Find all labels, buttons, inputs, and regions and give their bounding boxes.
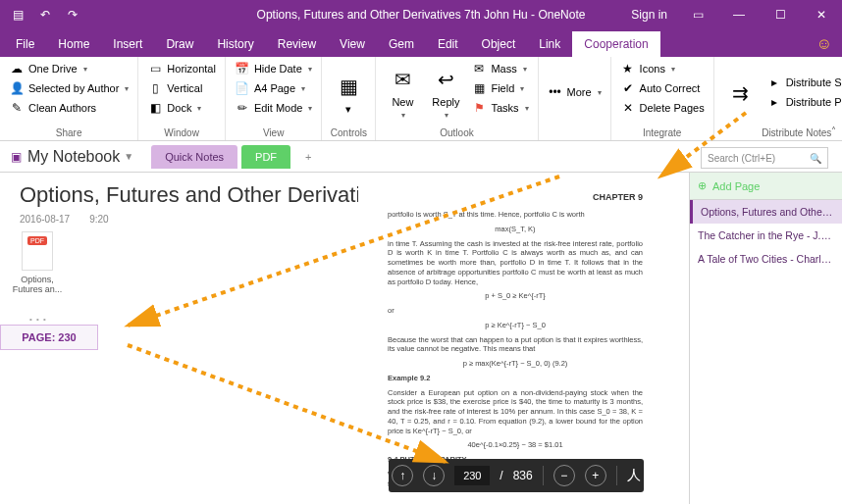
add-page-button[interactable]: ⊕Add Page	[690, 173, 842, 200]
menu-history[interactable]: History	[205, 31, 265, 57]
page-canvas[interactable]: Options, Futures and Other Derivative 20…	[0, 173, 689, 504]
menu-home[interactable]: Home	[46, 31, 101, 57]
reply-icon: ↩	[431, 65, 460, 94]
pager-current-input[interactable]	[454, 466, 490, 485]
redo-icon[interactable]: ↷	[63, 5, 82, 25]
pencil-icon: ✏	[235, 101, 250, 117]
menu-insert[interactable]: Insert	[101, 31, 154, 57]
field-button[interactable]: ▦Field	[468, 79, 531, 98]
pages-icon: ▸	[766, 95, 782, 111]
group-window: Window	[144, 126, 219, 140]
horizontal-button[interactable]: ▭Horizontal	[144, 60, 219, 78]
search-input[interactable]: Search (Ctrl+E)🔍	[701, 147, 828, 169]
group-distribute: Distribute Notes	[720, 126, 842, 140]
titlebar: ▤ ↶ ↷ Options, Futures and Other Derivat…	[0, 0, 842, 29]
page-date: 2016-08-17	[20, 214, 70, 225]
group-view: View	[232, 126, 316, 140]
pdf-pager: ↑ ↓ / 836 − + 人	[389, 459, 644, 492]
ribbon: ☁One Drive 👤Selected by Author ✎Clean Au…	[0, 57, 842, 141]
distribute-icon: ⇉	[726, 78, 756, 108]
tab-add[interactable]: +	[294, 145, 322, 169]
page-item[interactable]: Options, Futures and Other Deriva	[690, 200, 842, 224]
user-icon: 👤	[9, 81, 25, 97]
drag-dots: • • •	[29, 315, 47, 324]
minimize-button[interactable]: —	[718, 0, 760, 29]
menu-gem[interactable]: Gem	[377, 31, 426, 57]
pager-up-button[interactable]: ↑	[392, 465, 413, 486]
window-title: Options, Futures and Other Derivatives 7…	[257, 8, 586, 22]
notebook-name[interactable]: My Notebook	[27, 148, 120, 166]
mass-button[interactable]: ✉Mass	[468, 60, 531, 78]
pager-total: 836	[513, 469, 533, 482]
controls-button[interactable]: ▦▾	[328, 60, 369, 126]
dock-button[interactable]: ◧Dock	[144, 99, 219, 118]
broom-icon: ✎	[9, 101, 25, 117]
pager-zoomin-button[interactable]: +	[585, 465, 606, 486]
menu-view[interactable]: View	[328, 31, 377, 57]
icons-icon: ★	[620, 62, 636, 77]
menu-link[interactable]: Link	[527, 31, 572, 57]
menu-draw[interactable]: Draw	[154, 31, 205, 57]
distribute-section-button[interactable]: ▸Distribute Section	[763, 74, 842, 92]
smiley-icon[interactable]: ☺	[816, 35, 832, 57]
signin-button[interactable]: Sign in	[621, 0, 677, 29]
ribbon-collapse-icon[interactable]: ˄	[831, 126, 836, 136]
hidedate-button[interactable]: 📅Hide Date	[232, 60, 316, 78]
delete-icon: ✕	[620, 101, 636, 117]
pdf-attachment[interactable]: Options, Futures an...	[8, 231, 67, 294]
menu-object[interactable]: Object	[470, 31, 528, 57]
pdf-file-icon	[22, 231, 53, 271]
vertical-icon: ▯	[147, 81, 163, 97]
pdf-chapter: CHAPTER 9	[358, 192, 643, 202]
clean-authors-button[interactable]: ✎Clean Authors	[6, 99, 132, 118]
group-share: Share	[6, 126, 132, 140]
notebook-icon: ▣	[8, 149, 24, 165]
page-item[interactable]: The Catcher in the Rye - J.D. Salin	[690, 224, 842, 247]
check-icon: ✔	[620, 81, 636, 97]
flag-icon: ⚑	[471, 101, 487, 117]
page-tag[interactable]: ▢ PAGE: 230	[0, 325, 98, 350]
distribute-main-button[interactable]: ⇉	[720, 60, 762, 126]
tab-quicknotes[interactable]: Quick Notes	[151, 145, 237, 169]
vertical-button[interactable]: ▯Vertical	[144, 79, 219, 98]
page-item[interactable]: A Tale of Two Cities - Charles Dic	[690, 247, 842, 271]
editmode-button[interactable]: ✏Edit Mode	[232, 99, 316, 118]
maximize-button[interactable]: ☐	[760, 0, 801, 29]
group-controls: Controls	[328, 126, 369, 140]
ribbon-options-icon[interactable]: ▭	[677, 0, 718, 29]
undo-icon[interactable]: ↶	[35, 5, 55, 25]
menu-file[interactable]: File	[4, 31, 46, 57]
group-integrate: Integrate	[617, 126, 708, 140]
menubar: File Home Insert Draw History Review Vie…	[0, 29, 842, 57]
reply-button[interactable]: ↩Reply	[425, 60, 466, 126]
menu-edit[interactable]: Edit	[426, 31, 470, 57]
app-icon: ▤	[8, 5, 27, 25]
onedrive-button[interactable]: ☁One Drive	[6, 60, 132, 78]
autocorrect-button[interactable]: ✔Auto Correct	[617, 79, 708, 98]
plus-icon: ⊕	[698, 179, 707, 192]
deletepages-button[interactable]: ✕Delete Pages	[617, 99, 708, 118]
pdf-viewer[interactable]: CHAPTER 9 portfolio is worth S_T at this…	[358, 173, 662, 504]
more-button[interactable]: •••More	[545, 83, 605, 102]
selected-author-button[interactable]: 👤Selected by Author	[6, 79, 132, 98]
search-icon: 🔍	[810, 153, 821, 164]
close-button[interactable]: ✕	[801, 0, 842, 29]
side-panel: ⊕Add Page Options, Futures and Other Der…	[689, 173, 842, 504]
mass-icon: ✉	[471, 62, 487, 77]
pager-zoomout-button[interactable]: −	[553, 465, 575, 486]
icons-button[interactable]: ★Icons	[617, 60, 708, 78]
menu-review[interactable]: Review	[266, 31, 328, 57]
page-icon: 📄	[235, 81, 250, 97]
a4-button[interactable]: 📄A4 Page	[232, 79, 316, 98]
group-outlook: Outlook	[382, 126, 531, 140]
tab-pdf[interactable]: PDF	[241, 145, 290, 169]
pager-sep: /	[500, 469, 502, 482]
distribute-pages-button[interactable]: ▸Distribute Pages	[763, 93, 842, 112]
new-button[interactable]: ✉New	[382, 60, 423, 126]
tasks-button[interactable]: ⚑Tasks	[468, 99, 531, 118]
menu-cooperation[interactable]: Cooperation	[572, 31, 659, 57]
field-icon: ▦	[471, 81, 487, 97]
page-time: 9:20	[89, 214, 108, 225]
pager-adobe-icon[interactable]: 人	[627, 467, 641, 484]
pager-down-button[interactable]: ↓	[423, 465, 445, 486]
